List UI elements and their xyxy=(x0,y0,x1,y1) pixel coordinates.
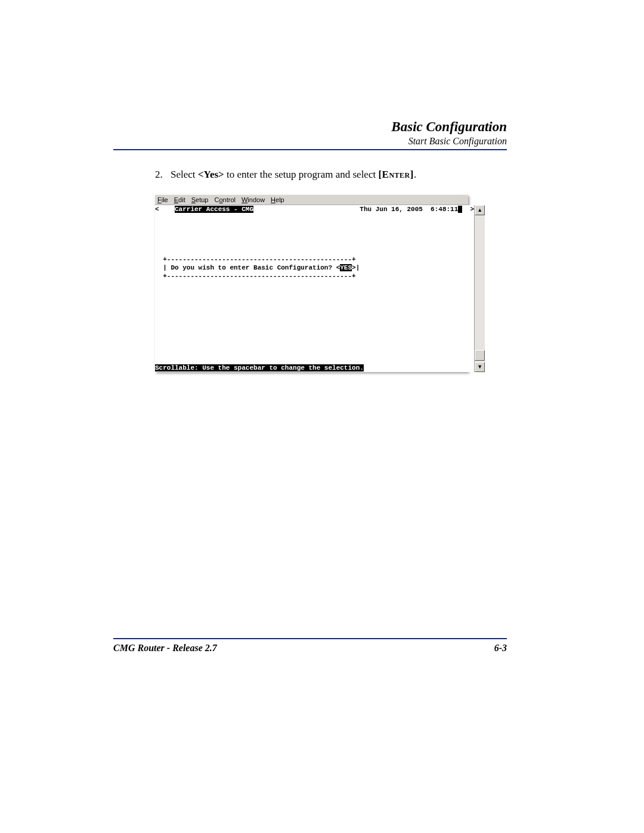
menu-help[interactable]: Help xyxy=(271,196,284,203)
txt-yes: <Yes> xyxy=(198,169,224,180)
terminal-window: File Edit Setup Control Window Help < Ca… xyxy=(155,195,468,372)
arrow-up-icon: ▲ xyxy=(477,208,482,213)
terminal-screen[interactable]: < Carrier Access - CMG Thu Jun 16, 2005 … xyxy=(155,205,474,372)
footer-right: 6-3 xyxy=(494,643,507,654)
term-app-title: Carrier Access - CMG xyxy=(175,206,253,213)
header-rule xyxy=(113,149,507,150)
box-top: +---------------------------------------… xyxy=(155,255,474,264)
menu-file[interactable]: File xyxy=(157,196,168,203)
scroll-up-button[interactable]: ▲ xyxy=(475,205,485,215)
txt-pre: Select xyxy=(171,169,198,180)
menu-control[interactable]: Control xyxy=(214,196,235,203)
txt-mid: to enter the setup program and select xyxy=(224,169,379,180)
status-line: Scrollable: Use the spacebar to change t… xyxy=(155,364,364,371)
term-timestamp: Thu Jun 16, 2005 6:48:11 xyxy=(360,206,458,213)
txt-enter: [Enter] xyxy=(378,169,414,180)
section-subtitle: Start Basic Configuration xyxy=(113,136,507,147)
box-right: >| xyxy=(352,264,360,271)
scroll-down-button[interactable]: ▼ xyxy=(475,362,485,372)
term-lt: < xyxy=(155,206,159,213)
step-text: Select <Yes> to enter the setup program … xyxy=(171,168,416,182)
menu-window[interactable]: Window xyxy=(242,196,265,203)
terminal-body: < Carrier Access - CMG Thu Jun 16, 2005 … xyxy=(155,205,468,372)
prompt-text: Do you wish to enter Basic Configuration… xyxy=(171,264,340,271)
scroll-thumb[interactable] xyxy=(475,350,485,361)
page-footer: CMG Router - Release 2.7 6-3 xyxy=(113,638,507,654)
box-bot: +---------------------------------------… xyxy=(155,272,474,280)
footer-left: CMG Router - Release 2.7 xyxy=(113,643,217,654)
menu-setup[interactable]: Setup xyxy=(191,196,209,203)
arrow-down-icon: ▼ xyxy=(477,364,482,370)
box-left: | xyxy=(155,264,171,271)
menubar[interactable]: File Edit Setup Control Window Help xyxy=(155,195,468,205)
menu-edit[interactable]: Edit xyxy=(174,196,185,203)
vertical-scrollbar[interactable]: ▲ ▼ xyxy=(474,205,485,372)
page-content: Basic Configuration Start Basic Configur… xyxy=(113,119,507,372)
footer-rule xyxy=(113,638,507,639)
choice-yes[interactable]: YES xyxy=(340,264,352,271)
scroll-track[interactable] xyxy=(475,215,485,362)
txt-post: . xyxy=(414,169,416,180)
cursor-icon xyxy=(458,206,462,213)
step-instruction: 2. Select <Yes> to enter the setup progr… xyxy=(155,168,507,182)
term-gt: > xyxy=(470,206,475,213)
section-title: Basic Configuration xyxy=(113,119,507,135)
step-number: 2. xyxy=(155,168,171,182)
